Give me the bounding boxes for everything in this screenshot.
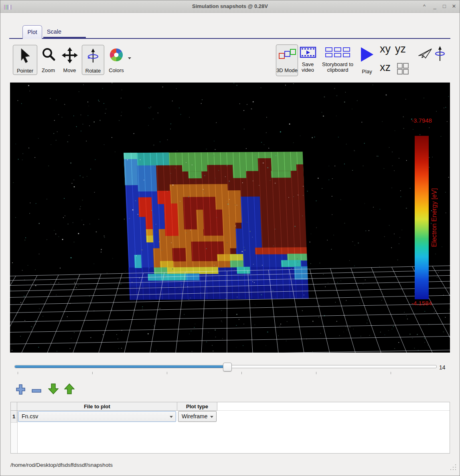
colors-dropdown-caret[interactable]: [128, 57, 131, 59]
view-xy-button[interactable]: xy: [380, 43, 391, 55]
move-down-button[interactable]: [48, 383, 59, 396]
film-icon: [298, 46, 317, 59]
row-number: 1: [11, 411, 17, 423]
column-header-file: File to plot: [17, 402, 177, 411]
quad-view-button[interactable]: [397, 63, 409, 77]
rotate-icon: [82, 48, 104, 64]
view-yz-button[interactable]: yz: [395, 43, 406, 55]
viewport-3d[interactable]: -3.7948-4.1584Electron Energy [eV]: [10, 83, 450, 353]
frame-slider[interactable]: [14, 365, 437, 368]
shade-button[interactable]: ^: [420, 0, 429, 12]
colors-tool-button[interactable]: Colors: [105, 45, 127, 74]
slider-tick: [92, 372, 93, 374]
scene-canvas: -3.7948-4.1584Electron Energy [eV]: [10, 83, 450, 353]
save-video-button[interactable]: Save video: [298, 44, 317, 75]
slider-tick: [167, 372, 167, 374]
move-icon: [59, 47, 80, 63]
slider-tick: [18, 372, 18, 374]
status-bar: /home/rod/Desktop/dfsdsffdssdf/snapshots: [0, 457, 460, 476]
storyboard-icon: [319, 47, 356, 58]
pointer-icon: [13, 48, 37, 64]
slider-fill: [15, 365, 227, 368]
frame-count-label: 14: [439, 364, 446, 371]
zoom-tool-button[interactable]: Zoom: [39, 45, 58, 74]
column-header-plot-type: Plot type: [177, 402, 217, 411]
view-xz-button[interactable]: xz: [380, 61, 391, 74]
move-up-button[interactable]: [64, 383, 75, 396]
slider-tick: [316, 372, 316, 374]
remove-frame-button[interactable]: [32, 387, 41, 395]
tabbar-underline-segment: [43, 37, 86, 39]
add-frame-button[interactable]: [16, 384, 25, 396]
svg-text:-3.7948: -3.7948: [411, 117, 432, 124]
status-path-label: /home/rod/Desktop/dfsdsffdssdf/snapshots: [10, 462, 113, 468]
storyboard-button[interactable]: Storyboard to clipboard: [319, 44, 356, 75]
header-filler: [217, 402, 450, 411]
svg-text:Electron Energy [eV]: Electron Energy [eV]: [431, 188, 438, 247]
play-icon: [359, 46, 375, 63]
slider-tick: [241, 372, 242, 374]
chevron-down-icon: [170, 416, 173, 418]
tab-plot[interactable]: Plot: [22, 25, 42, 39]
cubes-3d-icon: [276, 48, 298, 60]
maximize-button[interactable]: □: [440, 0, 449, 12]
plot-type-dropdown[interactable]: Wireframe: [178, 411, 217, 422]
move-tool-button[interactable]: Move: [59, 45, 80, 74]
app-window: Simulation snapshots @ 0.28V ^ _ □ ✕ Plo…: [0, 0, 460, 476]
color-wheel-icon: [105, 47, 127, 63]
mode-3d-button[interactable]: 3D Mode: [276, 44, 298, 76]
window-title: Simulation snapshots @ 0.28V: [0, 0, 460, 12]
axis-rotate-icon[interactable]: [434, 46, 446, 64]
file-to-plot-dropdown[interactable]: Fn.csv: [18, 411, 176, 422]
title-bar[interactable]: Simulation snapshots @ 0.28V ^ _ □ ✕: [0, 0, 460, 13]
rotate-tool-button[interactable]: Rotate: [82, 45, 104, 75]
slider-handle[interactable]: [223, 363, 232, 371]
chevron-down-icon: [210, 416, 213, 418]
paper-plane-icon[interactable]: [417, 47, 433, 62]
close-button[interactable]: ✕: [450, 0, 458, 12]
pointer-tool-button[interactable]: Pointer: [13, 45, 37, 75]
zoom-icon: [39, 47, 58, 63]
tab-scale[interactable]: Scale: [45, 26, 64, 37]
slider-tick: [391, 372, 391, 374]
plot-files-table: File to plot Plot type 1 Fn.csv Wirefram…: [10, 402, 450, 454]
corner-header: [11, 402, 17, 411]
svg-text:-4.1584: -4.1584: [411, 300, 432, 307]
play-button[interactable]: Play: [359, 44, 375, 75]
minimize-button[interactable]: _: [430, 0, 439, 12]
